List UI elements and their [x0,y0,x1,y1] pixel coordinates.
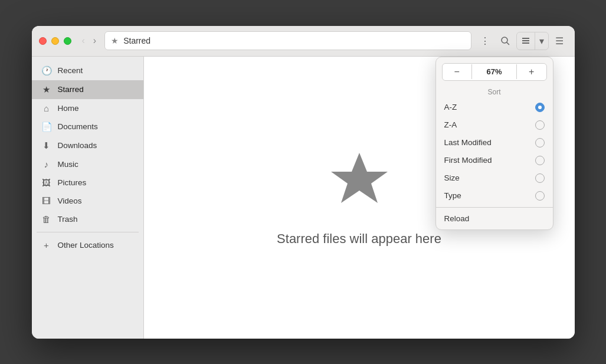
pictures-icon: 🖼 [41,178,52,188]
sort-option-last-modified[interactable]: Last Modified [436,134,553,152]
sort-type-radio[interactable] [535,191,545,201]
downloads-icon: ⬇ [41,140,52,151]
reload-option[interactable]: Reload [436,210,553,227]
sort-option-first-modified[interactable]: First Modified [436,152,553,169]
documents-icon: 📄 [41,122,52,132]
sort-last-modified-radio[interactable] [535,138,545,147]
sidebar-item-recent[interactable]: 🕐 Recent [32,61,143,80]
sort-label: Sort [436,86,553,99]
minimize-button[interactable] [51,37,59,45]
svg-rect-3 [522,40,529,41]
zoom-in-icon: + [529,67,534,77]
sidebar-item-starred[interactable]: ★ Starred [32,80,143,99]
sidebar-item-videos[interactable]: 🎞 Videos [32,192,143,210]
svg-rect-2 [522,38,529,39]
zoom-row: − 67% + [442,63,547,81]
sort-option-size[interactable]: Size [436,169,553,187]
sidebar-label-videos: Videos [58,196,82,205]
zoom-in-button[interactable]: + [517,64,546,80]
view-options-popup: − 67% + Sort A-Z Z-A Last Modified [435,57,553,230]
sort-first-modified-label: First Modified [444,156,492,165]
sort-first-modified-radio[interactable] [535,156,545,165]
empty-message: Starred files will appear here [277,231,441,247]
back-button[interactable]: ‹ [78,33,89,48]
close-button[interactable] [39,37,47,45]
main-window: ‹ › ★ Starred ⋮ [32,26,575,339]
search-icon [500,36,510,45]
sidebar-label-home: Home [58,104,79,113]
sort-za-label: Z-A [444,120,457,129]
sidebar-label-trash: Trash [58,215,78,224]
zoom-out-button[interactable]: − [443,64,472,80]
sort-size-radio[interactable] [535,173,545,183]
location-star-icon: ★ [111,36,119,45]
sort-size-label: Size [444,173,460,182]
search-button[interactable] [496,33,514,48]
sidebar: 🕐 Recent ★ Starred ⌂ Home 📄 Documents ⬇ … [32,57,144,339]
sort-type-label: Type [444,191,461,200]
videos-icon: 🎞 [41,196,52,206]
traffic-lights [39,37,71,45]
zoom-value: 67% [471,64,517,79]
dropdown-separator [436,207,553,208]
starred-icon: ★ [41,84,52,95]
more-options-button[interactable]: ⋮ [476,32,494,50]
forward-button[interactable]: › [90,33,100,48]
svg-marker-5 [331,153,388,203]
sidebar-item-home[interactable]: ⌂ Home [32,99,143,117]
titlebar-actions: ⋮ ▾ ☰ [476,32,568,50]
svg-line-1 [507,42,509,45]
sidebar-label-downloads: Downloads [58,141,97,150]
empty-star-icon [327,148,392,222]
sidebar-label-documents: Documents [58,122,98,131]
nav-buttons: ‹ › [78,33,100,48]
sidebar-label-music: Music [58,160,78,169]
sidebar-item-documents[interactable]: 📄 Documents [32,117,143,136]
sidebar-item-music[interactable]: ♪ Music [32,155,143,173]
sidebar-item-other-locations[interactable]: + Other Locations [32,236,143,254]
sort-az-radio[interactable] [535,103,545,112]
sidebar-item-pictures[interactable]: 🖼 Pictures [32,173,143,192]
sort-az-label: A-Z [444,103,457,112]
list-view-icon [521,36,530,45]
music-icon: ♪ [41,159,52,169]
sidebar-item-trash[interactable]: 🗑 Trash [32,210,143,228]
sidebar-label-other-locations: Other Locations [58,241,114,250]
sidebar-separator [37,232,139,232]
other-locations-icon: + [41,240,52,250]
home-icon: ⌂ [41,103,52,113]
sidebar-label-starred: Starred [58,85,84,94]
svg-rect-4 [522,42,529,44]
view-toggle: ▾ [516,32,549,50]
sort-option-az[interactable]: A-Z [436,99,553,116]
zoom-out-icon: − [454,67,460,77]
location-bar[interactable]: ★ Starred [104,31,471,50]
sidebar-label-recent: Recent [58,66,83,75]
trash-icon: 🗑 [41,214,52,224]
location-text: Starred [123,36,150,45]
list-view-button[interactable] [517,32,535,50]
star-graphic [327,148,392,213]
titlebar: ‹ › ★ Starred ⋮ [32,26,575,57]
recent-icon: 🕐 [41,65,52,76]
sidebar-label-pictures: Pictures [58,178,87,187]
sort-last-modified-label: Last Modified [444,138,492,147]
hamburger-button[interactable]: ☰ [551,32,568,50]
sort-za-radio[interactable] [535,120,545,130]
sort-option-za[interactable]: Z-A [436,116,553,134]
sidebar-item-downloads[interactable]: ⬇ Downloads [32,136,143,155]
sort-option-type[interactable]: Type [436,187,553,205]
maximize-button[interactable] [64,37,71,45]
view-dropdown-button[interactable]: ▾ [535,32,548,50]
